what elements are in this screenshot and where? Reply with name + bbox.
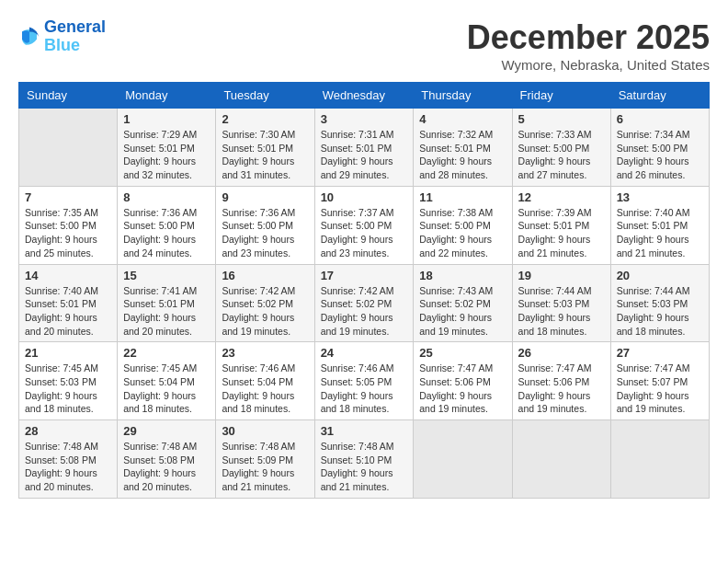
day-number: 8: [123, 190, 210, 204]
day-info: Sunrise: 7:46 AMSunset: 5:04 PMDaylight:…: [222, 362, 308, 416]
day-info: Sunrise: 7:48 AMSunset: 5:09 PMDaylight:…: [222, 440, 308, 494]
header-saturday: Saturday: [610, 83, 709, 109]
day-info: Sunrise: 7:47 AMSunset: 5:07 PMDaylight:…: [617, 362, 703, 416]
calendar-week-row: 21Sunrise: 7:45 AMSunset: 5:03 PMDayligh…: [19, 342, 710, 420]
day-number: 12: [518, 190, 605, 204]
calendar-cell: 20Sunrise: 7:44 AMSunset: 5:03 PMDayligh…: [610, 264, 709, 342]
calendar-header: Sunday Monday Tuesday Wednesday Thursday…: [19, 83, 710, 109]
calendar-cell: 29Sunrise: 7:48 AMSunset: 5:08 PMDayligh…: [118, 420, 216, 499]
day-info: Sunrise: 7:35 AMSunset: 5:00 PMDaylight:…: [25, 206, 111, 260]
logo-text: General Blue: [44, 18, 106, 55]
day-number: 15: [123, 269, 210, 282]
day-number: 20: [617, 269, 703, 282]
calendar-subtitle: Wymore, Nebraska, United States: [467, 57, 710, 73]
calendar-body: 1Sunrise: 7:29 AMSunset: 5:01 PMDaylight…: [19, 109, 710, 499]
day-info: Sunrise: 7:43 AMSunset: 5:02 PMDaylight:…: [419, 284, 506, 339]
calendar-cell: 17Sunrise: 7:42 AMSunset: 5:02 PMDayligh…: [314, 264, 414, 342]
header-tuesday: Tuesday: [216, 83, 314, 109]
day-info: Sunrise: 7:47 AMSunset: 5:06 PMDaylight:…: [419, 362, 506, 416]
calendar-cell: 27Sunrise: 7:47 AMSunset: 5:07 PMDayligh…: [610, 342, 709, 420]
day-info: Sunrise: 7:41 AMSunset: 5:01 PMDaylight:…: [123, 284, 210, 339]
header-friday: Friday: [512, 83, 610, 109]
day-number: 24: [321, 346, 408, 360]
day-number: 25: [419, 346, 506, 360]
day-info: Sunrise: 7:30 AMSunset: 5:01 PMDaylight:…: [222, 128, 308, 182]
day-info: Sunrise: 7:32 AMSunset: 5:01 PMDaylight:…: [419, 128, 506, 182]
calendar-cell: 25Sunrise: 7:47 AMSunset: 5:06 PMDayligh…: [414, 342, 512, 420]
calendar-cell: 5Sunrise: 7:33 AMSunset: 5:00 PMDaylight…: [512, 109, 610, 187]
calendar-cell: 18Sunrise: 7:43 AMSunset: 5:02 PMDayligh…: [414, 264, 512, 342]
calendar-cell: [414, 420, 512, 499]
calendar-cell: 21Sunrise: 7:45 AMSunset: 5:03 PMDayligh…: [19, 342, 118, 420]
day-info: Sunrise: 7:34 AMSunset: 5:00 PMDaylight:…: [617, 128, 703, 182]
calendar-week-row: 7Sunrise: 7:35 AMSunset: 5:00 PMDaylight…: [19, 186, 710, 264]
day-info: Sunrise: 7:45 AMSunset: 5:04 PMDaylight:…: [123, 362, 210, 416]
calendar-cell: 16Sunrise: 7:42 AMSunset: 5:02 PMDayligh…: [216, 264, 314, 342]
day-info: Sunrise: 7:48 AMSunset: 5:08 PMDaylight:…: [25, 440, 111, 494]
calendar-cell: 31Sunrise: 7:48 AMSunset: 5:10 PMDayligh…: [314, 420, 414, 499]
day-number: 30: [222, 424, 308, 438]
weekday-header-row: Sunday Monday Tuesday Wednesday Thursday…: [19, 83, 710, 109]
calendar-cell: 30Sunrise: 7:48 AMSunset: 5:09 PMDayligh…: [216, 420, 314, 499]
calendar-cell: 10Sunrise: 7:37 AMSunset: 5:00 PMDayligh…: [314, 186, 414, 264]
logo-icon: [18, 26, 40, 48]
day-number: 21: [25, 346, 111, 360]
day-info: Sunrise: 7:44 AMSunset: 5:03 PMDaylight:…: [518, 284, 605, 339]
day-info: Sunrise: 7:38 AMSunset: 5:00 PMDaylight:…: [419, 206, 506, 260]
day-number: 29: [123, 424, 210, 438]
day-number: 19: [518, 269, 605, 282]
day-number: 5: [518, 112, 605, 126]
day-number: 9: [222, 190, 308, 204]
calendar-cell: 6Sunrise: 7:34 AMSunset: 5:00 PMDaylight…: [610, 109, 709, 187]
calendar-cell: 14Sunrise: 7:40 AMSunset: 5:01 PMDayligh…: [19, 264, 118, 342]
header-monday: Monday: [118, 83, 216, 109]
day-info: Sunrise: 7:36 AMSunset: 5:00 PMDaylight:…: [222, 206, 308, 260]
calendar-cell: [19, 109, 118, 187]
title-section: December 2025 Wymore, Nebraska, United S…: [467, 18, 710, 73]
day-info: Sunrise: 7:29 AMSunset: 5:01 PMDaylight:…: [123, 128, 210, 182]
logo: General Blue: [18, 18, 106, 55]
day-info: Sunrise: 7:46 AMSunset: 5:05 PMDaylight:…: [321, 362, 408, 416]
calendar-cell: 23Sunrise: 7:46 AMSunset: 5:04 PMDayligh…: [216, 342, 314, 420]
calendar-cell: [512, 420, 610, 499]
day-number: 23: [222, 346, 308, 360]
day-number: 22: [123, 346, 210, 360]
calendar-week-row: 28Sunrise: 7:48 AMSunset: 5:08 PMDayligh…: [19, 420, 710, 499]
calendar-cell: 22Sunrise: 7:45 AMSunset: 5:04 PMDayligh…: [118, 342, 216, 420]
calendar-cell: 28Sunrise: 7:48 AMSunset: 5:08 PMDayligh…: [19, 420, 118, 499]
day-number: 6: [617, 112, 703, 126]
calendar-cell: 11Sunrise: 7:38 AMSunset: 5:00 PMDayligh…: [414, 186, 512, 264]
calendar-cell: 9Sunrise: 7:36 AMSunset: 5:00 PMDaylight…: [216, 186, 314, 264]
day-number: 11: [419, 190, 506, 204]
calendar-cell: 24Sunrise: 7:46 AMSunset: 5:05 PMDayligh…: [314, 342, 414, 420]
day-info: Sunrise: 7:44 AMSunset: 5:03 PMDaylight:…: [617, 284, 703, 339]
calendar-table: Sunday Monday Tuesday Wednesday Thursday…: [18, 82, 710, 499]
day-info: Sunrise: 7:42 AMSunset: 5:02 PMDaylight:…: [222, 284, 308, 339]
day-number: 13: [617, 190, 703, 204]
day-number: 4: [419, 112, 506, 126]
day-info: Sunrise: 7:42 AMSunset: 5:02 PMDaylight:…: [321, 284, 408, 339]
calendar-title: December 2025: [467, 18, 710, 57]
calendar-week-row: 14Sunrise: 7:40 AMSunset: 5:01 PMDayligh…: [19, 264, 710, 342]
calendar-cell: 8Sunrise: 7:36 AMSunset: 5:00 PMDaylight…: [118, 186, 216, 264]
calendar-cell: 26Sunrise: 7:47 AMSunset: 5:06 PMDayligh…: [512, 342, 610, 420]
day-number: 10: [321, 190, 408, 204]
day-info: Sunrise: 7:40 AMSunset: 5:01 PMDaylight:…: [25, 284, 111, 339]
day-info: Sunrise: 7:36 AMSunset: 5:00 PMDaylight:…: [123, 206, 210, 260]
calendar-cell: 2Sunrise: 7:30 AMSunset: 5:01 PMDaylight…: [216, 109, 314, 187]
page-header: General Blue December 2025 Wymore, Nebra…: [18, 18, 710, 73]
day-number: 1: [123, 112, 210, 126]
calendar-cell: 12Sunrise: 7:39 AMSunset: 5:01 PMDayligh…: [512, 186, 610, 264]
day-info: Sunrise: 7:39 AMSunset: 5:01 PMDaylight:…: [518, 206, 605, 260]
header-wednesday: Wednesday: [314, 83, 414, 109]
header-sunday: Sunday: [19, 83, 118, 109]
day-info: Sunrise: 7:45 AMSunset: 5:03 PMDaylight:…: [25, 362, 111, 416]
calendar-cell: 7Sunrise: 7:35 AMSunset: 5:00 PMDaylight…: [19, 186, 118, 264]
day-info: Sunrise: 7:47 AMSunset: 5:06 PMDaylight:…: [518, 362, 605, 416]
day-info: Sunrise: 7:40 AMSunset: 5:01 PMDaylight:…: [617, 206, 703, 260]
header-thursday: Thursday: [414, 83, 512, 109]
day-info: Sunrise: 7:31 AMSunset: 5:01 PMDaylight:…: [321, 128, 408, 182]
day-info: Sunrise: 7:48 AMSunset: 5:08 PMDaylight:…: [123, 440, 210, 494]
day-number: 3: [321, 112, 408, 126]
day-number: 17: [321, 269, 408, 282]
